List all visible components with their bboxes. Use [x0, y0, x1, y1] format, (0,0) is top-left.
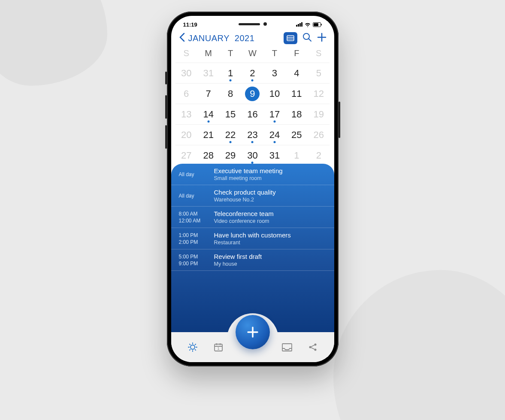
search-icon[interactable] [302, 33, 312, 44]
weekday: M [197, 48, 219, 58]
svg-rect-3 [287, 36, 294, 41]
event-title: Review first draft [214, 253, 328, 260]
calendar-day[interactable]: 11 [286, 83, 308, 104]
calendar-day[interactable]: 21 [197, 124, 219, 145]
svg-point-10 [191, 345, 195, 349]
calendar-day[interactable]: 31 [197, 63, 219, 83]
svg-line-17 [189, 350, 190, 350]
side-button [165, 95, 167, 119]
back-icon[interactable] [179, 33, 185, 44]
weekday-row: S M T W T F S [171, 48, 334, 63]
event-time: All day [171, 167, 214, 181]
screen: 11:19 JANUARY 2021 [171, 16, 334, 362]
calendar-day[interactable]: 18 [286, 104, 308, 124]
bottom-nav: 1 [171, 332, 334, 362]
event-row[interactable]: 8:00 AM12:00 AMTeleconference teamVideo … [171, 207, 334, 228]
phone-frame: 11:19 JANUARY 2021 [167, 12, 339, 366]
events-list[interactable]: All dayExecutive team meetingSmall meeti… [171, 164, 334, 332]
event-title: Have lunch with customers [214, 231, 328, 239]
event-location: My house [214, 261, 328, 267]
svg-line-28 [311, 348, 314, 349]
battery-icon [313, 22, 322, 27]
event-location: Restaurant [214, 240, 328, 246]
event-row[interactable]: 5:00 PM9:00 PMReview first draftMy house [171, 249, 334, 271]
calendar-day[interactable]: 13 [175, 104, 197, 124]
event-row[interactable]: All dayExecutive team meetingSmall meeti… [171, 164, 334, 185]
event-location: Small meeting room [214, 175, 328, 181]
calendar-day[interactable]: 10 [263, 83, 285, 104]
side-button [165, 125, 167, 149]
event-location: Warehouse No.2 [214, 197, 328, 203]
calendar-day[interactable]: 31 [263, 145, 285, 165]
calendar-day[interactable]: 30 [175, 63, 197, 83]
event-time: 1:00 PM2:00 PM [171, 231, 214, 246]
svg-line-15 [189, 344, 190, 345]
calendar-day[interactable]: 2 [242, 63, 263, 83]
calendar-day[interactable]: 1 [219, 63, 241, 83]
svg-rect-2 [321, 24, 322, 25]
add-icon[interactable] [317, 33, 327, 44]
calendar-day[interactable]: 23 [242, 124, 263, 145]
svg-text:1: 1 [217, 346, 219, 351]
calendar-day[interactable]: 28 [197, 145, 219, 165]
calendar-day[interactable]: 12 [308, 83, 330, 104]
view-toggle-button[interactable] [284, 32, 297, 44]
weekday: T [263, 48, 285, 58]
svg-line-7 [308, 39, 311, 42]
weekday: S [175, 48, 197, 58]
weekday: T [219, 48, 241, 58]
weekday: F [286, 48, 308, 58]
calendar-grid: 3031123456789101112131415161718192021222… [171, 63, 334, 165]
calendar-day[interactable]: 22 [219, 124, 241, 145]
event-time: 8:00 AM12:00 AM [171, 210, 214, 224]
bg-decoration [0, 0, 107, 86]
calendar-day[interactable]: 2 [308, 145, 330, 165]
app-header: JANUARY 2021 [171, 29, 334, 48]
calendar-day[interactable]: 5 [308, 63, 330, 83]
calendar-day[interactable]: 26 [308, 124, 330, 145]
calendar-day[interactable]: 14 [197, 104, 219, 124]
event-row[interactable]: All dayCheck product qualityWarehouse No… [171, 185, 334, 207]
side-button [165, 72, 167, 84]
bg-decoration [333, 270, 505, 420]
svg-line-18 [195, 344, 195, 345]
calendar-day[interactable]: 29 [219, 145, 241, 165]
status-time: 11:19 [183, 21, 197, 28]
calendar-day[interactable]: 30 [242, 145, 263, 165]
event-time: 5:00 PM9:00 PM [171, 253, 214, 267]
fab-add-button[interactable] [236, 315, 270, 349]
svg-line-16 [195, 350, 195, 350]
calendar-day[interactable]: 4 [286, 63, 308, 83]
svg-line-27 [311, 345, 314, 347]
calendar-day[interactable]: 24 [263, 124, 285, 145]
calendar-day[interactable]: 3 [263, 63, 285, 83]
calendar-day[interactable]: 7 [197, 83, 219, 104]
wifi-icon [305, 22, 311, 27]
event-location: Video conference room [214, 218, 328, 224]
calendar-day[interactable]: 27 [175, 145, 197, 165]
notch [227, 19, 278, 29]
calendar-day[interactable]: 17 [263, 104, 285, 124]
calendar-day[interactable]: 9 [242, 83, 263, 104]
month-year-label[interactable]: JANUARY 2021 [188, 33, 280, 43]
weekday: S [308, 48, 330, 58]
today-icon[interactable] [184, 342, 201, 352]
calendar-day[interactable]: 15 [219, 104, 241, 124]
signal-icon [296, 22, 302, 27]
calendar-day[interactable]: 25 [286, 124, 308, 145]
month-text: JANUARY [188, 33, 230, 43]
inbox-icon[interactable] [278, 342, 296, 352]
event-time: All day [171, 189, 214, 203]
calendar-day[interactable]: 19 [308, 104, 330, 124]
calendar-icon[interactable]: 1 [210, 342, 227, 352]
calendar-day[interactable]: 1 [286, 145, 308, 165]
calendar-day[interactable]: 20 [175, 124, 197, 145]
event-row[interactable]: 1:00 PM2:00 PMHave lunch with customersR… [171, 228, 334, 249]
event-title: Executive team meeting [214, 167, 328, 174]
share-icon[interactable] [304, 342, 321, 352]
calendar-day[interactable]: 8 [219, 83, 241, 104]
calendar-day[interactable]: 6 [175, 83, 197, 104]
event-title: Teleconference team [214, 210, 328, 217]
calendar-day[interactable]: 16 [242, 104, 263, 124]
year-text: 2021 [235, 33, 255, 43]
